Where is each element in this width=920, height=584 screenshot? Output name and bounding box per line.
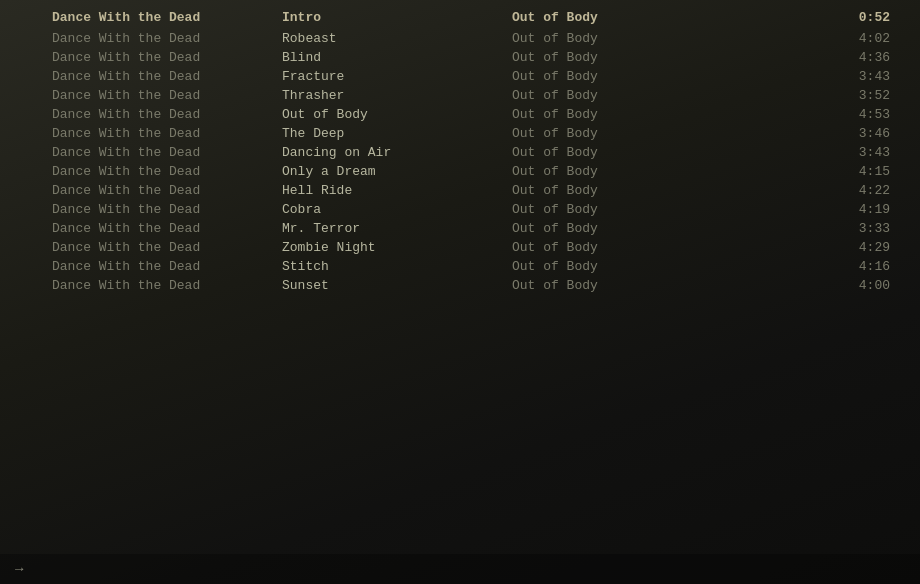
track-artist: Dance With the Dead [52, 202, 282, 217]
track-artist: Dance With the Dead [52, 107, 282, 122]
track-row[interactable]: Dance With the DeadZombie NightOut of Bo… [0, 238, 920, 257]
header-album: Out of Body [512, 10, 712, 25]
track-duration: 3:46 [712, 126, 900, 141]
track-artist: Dance With the Dead [52, 183, 282, 198]
track-artist: Dance With the Dead [52, 69, 282, 84]
track-title: Out of Body [282, 107, 512, 122]
track-duration: 3:33 [712, 221, 900, 236]
track-row[interactable]: Dance With the DeadSunsetOut of Body4:00 [0, 276, 920, 295]
track-row[interactable]: Dance With the DeadThe DeepOut of Body3:… [0, 124, 920, 143]
track-album: Out of Body [512, 259, 712, 274]
track-row[interactable]: Dance With the DeadStitchOut of Body4:16 [0, 257, 920, 276]
track-artist: Dance With the Dead [52, 164, 282, 179]
track-row[interactable]: Dance With the DeadMr. TerrorOut of Body… [0, 219, 920, 238]
track-row[interactable]: Dance With the DeadRobeastOut of Body4:0… [0, 29, 920, 48]
track-title: The Deep [282, 126, 512, 141]
track-duration: 4:00 [712, 278, 900, 293]
track-title: Blind [282, 50, 512, 65]
track-title: Dancing on Air [282, 145, 512, 160]
track-album: Out of Body [512, 31, 712, 46]
track-duration: 4:29 [712, 240, 900, 255]
track-artist: Dance With the Dead [52, 126, 282, 141]
track-artist: Dance With the Dead [52, 278, 282, 293]
track-album: Out of Body [512, 164, 712, 179]
track-album: Out of Body [512, 240, 712, 255]
track-title: Thrasher [282, 88, 512, 103]
track-album: Out of Body [512, 50, 712, 65]
track-artist: Dance With the Dead [52, 88, 282, 103]
track-title: Robeast [282, 31, 512, 46]
track-artist: Dance With the Dead [52, 31, 282, 46]
track-artist: Dance With the Dead [52, 259, 282, 274]
track-album: Out of Body [512, 107, 712, 122]
bottom-bar: → [0, 554, 920, 584]
track-title: Only a Dream [282, 164, 512, 179]
track-album: Out of Body [512, 145, 712, 160]
header-title: Intro [282, 10, 512, 25]
track-row[interactable]: Dance With the DeadBlindOut of Body4:36 [0, 48, 920, 67]
track-album: Out of Body [512, 221, 712, 236]
header-duration: 0:52 [712, 10, 900, 25]
track-duration: 4:16 [712, 259, 900, 274]
track-title: Stitch [282, 259, 512, 274]
track-row[interactable]: Dance With the DeadOnly a DreamOut of Bo… [0, 162, 920, 181]
track-row[interactable]: Dance With the DeadOut of BodyOut of Bod… [0, 105, 920, 124]
track-album: Out of Body [512, 88, 712, 103]
track-artist: Dance With the Dead [52, 145, 282, 160]
track-artist: Dance With the Dead [52, 221, 282, 236]
track-title: Sunset [282, 278, 512, 293]
track-title: Mr. Terror [282, 221, 512, 236]
track-album: Out of Body [512, 278, 712, 293]
track-row[interactable]: Dance With the DeadFractureOut of Body3:… [0, 67, 920, 86]
track-title: Fracture [282, 69, 512, 84]
track-row[interactable]: Dance With the DeadDancing on AirOut of … [0, 143, 920, 162]
track-row[interactable]: Dance With the DeadCobraOut of Body4:19 [0, 200, 920, 219]
track-row[interactable]: Dance With the DeadThrasherOut of Body3:… [0, 86, 920, 105]
track-duration: 3:43 [712, 69, 900, 84]
track-artist: Dance With the Dead [52, 50, 282, 65]
track-album: Out of Body [512, 202, 712, 217]
track-title: Cobra [282, 202, 512, 217]
track-duration: 3:52 [712, 88, 900, 103]
track-duration: 4:36 [712, 50, 900, 65]
track-album: Out of Body [512, 69, 712, 84]
track-artist: Dance With the Dead [52, 240, 282, 255]
header-artist: Dance With the Dead [52, 10, 282, 25]
track-duration: 4:22 [712, 183, 900, 198]
track-duration: 4:19 [712, 202, 900, 217]
track-title: Zombie Night [282, 240, 512, 255]
track-duration: 3:43 [712, 145, 900, 160]
track-list-header: Dance With the Dead Intro Out of Body 0:… [0, 8, 920, 29]
arrow-icon: → [15, 561, 23, 577]
track-list: Dance With the Dead Intro Out of Body 0:… [0, 0, 920, 303]
track-title: Hell Ride [282, 183, 512, 198]
track-album: Out of Body [512, 126, 712, 141]
track-duration: 4:15 [712, 164, 900, 179]
track-album: Out of Body [512, 183, 712, 198]
track-duration: 4:02 [712, 31, 900, 46]
track-duration: 4:53 [712, 107, 900, 122]
track-row[interactable]: Dance With the DeadHell RideOut of Body4… [0, 181, 920, 200]
